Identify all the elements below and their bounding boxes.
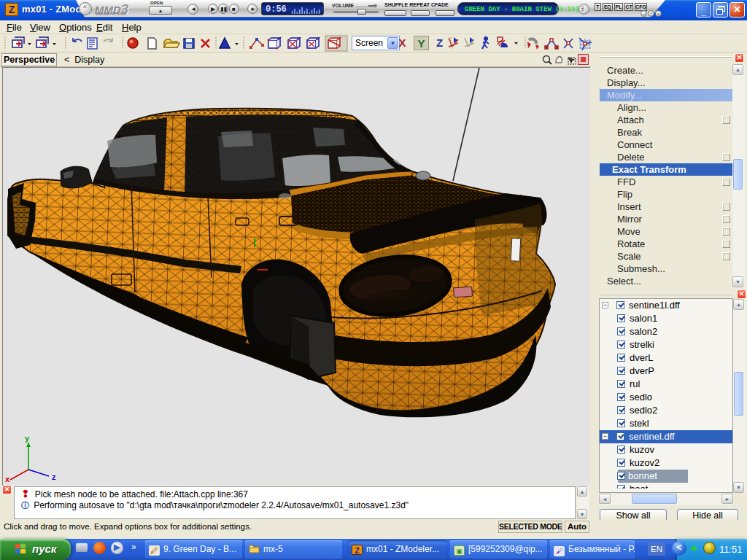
svg-text:z: z (52, 472, 56, 481)
svg-text:x: x (5, 475, 10, 483)
svg-text:y: y (25, 434, 30, 443)
